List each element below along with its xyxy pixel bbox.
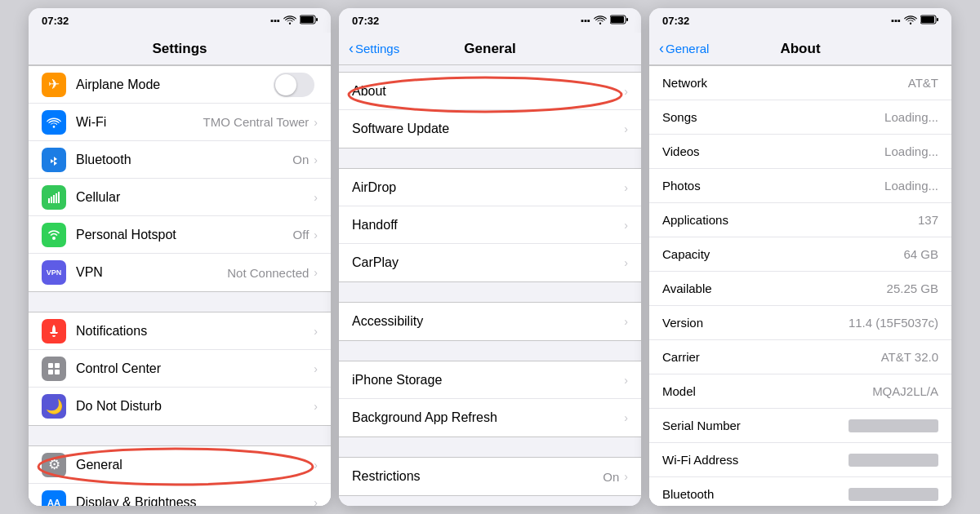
svg-rect-18 <box>611 16 624 23</box>
row-value-restrictions: On <box>603 470 619 484</box>
about-row-capacity: Capacity 64 GB <box>649 237 951 272</box>
svg-rect-7 <box>58 192 60 203</box>
row-label-about: About <box>352 84 624 99</box>
back-chevron-3: ‹ <box>659 40 664 57</box>
row-airdrop[interactable]: AirDrop › <box>339 169 641 206</box>
row-value-hotspot: Off <box>293 228 310 241</box>
status-bar-1: 07:32 ▪▪▪ <box>29 8 331 33</box>
vpn-icon: VPN <box>42 260 66 285</box>
chevron-cellular: › <box>314 191 318 204</box>
chevron-about: › <box>624 85 628 98</box>
row-background-refresh[interactable]: Background App Refresh › <box>339 399 641 436</box>
about-row-applications: Applications 137 <box>649 203 951 237</box>
row-label-bluetooth: Bluetooth <box>76 153 292 167</box>
hotspot-icon <box>42 223 66 247</box>
about-label-network: Network <box>662 76 908 90</box>
battery-icon-1 <box>300 15 318 26</box>
back-label-3: General <box>666 42 709 55</box>
section-accessibility: Accessibility › <box>339 302 641 341</box>
row-airplane[interactable]: ✈ Airplane Mode <box>29 66 331 104</box>
nav-title-2: General <box>464 41 515 57</box>
row-restrictions[interactable]: Restrictions On › <box>339 458 641 495</box>
status-bar-2: 07:32 ▪▪▪ <box>339 8 641 33</box>
section-notifications: Notifications › Control Center › 🌙 Do No… <box>29 312 331 426</box>
row-label-storage: iPhone Storage <box>352 373 624 388</box>
row-about[interactable]: About › <box>339 73 641 110</box>
section-about: About › Software Update › <box>339 72 641 148</box>
back-label-2: Settings <box>355 42 399 55</box>
status-icons-2: ▪▪▪ <box>581 15 628 26</box>
row-bluetooth[interactable]: Bluetooth On › <box>29 141 331 179</box>
svg-rect-2 <box>316 18 318 21</box>
panel-general: 07:32 ▪▪▪ ‹ Settings General Abou <box>339 8 641 506</box>
about-label-photos: Photos <box>662 179 884 193</box>
section-network: ✈ Airplane Mode Wi-Fi TMO Central Tower … <box>29 65 331 292</box>
nav-back-2[interactable]: ‹ Settings <box>349 40 399 57</box>
svg-rect-11 <box>48 370 53 374</box>
about-value-videos: Loading... <box>884 144 938 158</box>
row-label-accessibility: Accessibility <box>352 314 624 329</box>
panel-about: 07:32 ▪▪▪ ‹ General About Network AT&T <box>649 8 951 506</box>
row-label-display: Display & Brightness <box>76 495 314 507</box>
wifi-icon-1 <box>283 15 296 26</box>
nav-back-3[interactable]: ‹ General <box>659 40 709 57</box>
about-value-network: AT&T <box>908 76 938 90</box>
about-value-available: 25.25 GB <box>887 281 938 295</box>
row-display[interactable]: AA Display & Brightness › <box>29 484 331 506</box>
about-value-applications: 137 <box>918 213 938 227</box>
about-value-photos: Loading... <box>884 179 938 193</box>
row-iphone-storage[interactable]: iPhone Storage › <box>339 361 641 399</box>
about-value-songs: Loading... <box>884 110 938 124</box>
about-value-bt-addr <box>849 488 938 501</box>
chevron-accessibility: › <box>624 315 628 328</box>
panel-settings: 07:32 ▪▪▪ Settings ✈ Airplane Mode <box>29 8 331 506</box>
chevron-vpn: › <box>314 266 318 279</box>
about-row-songs: Songs Loading... <box>649 100 951 135</box>
airplane-toggle[interactable] <box>274 73 314 97</box>
status-icons-3: ▪▪▪ <box>891 15 938 26</box>
nav-bar-2: ‹ Settings General <box>339 33 641 65</box>
about-label-carrier: Carrier <box>662 350 881 364</box>
general-list: About › Software Update › AirDrop › Hand… <box>339 65 641 506</box>
row-cellular[interactable]: Cellular › <box>29 179 331 216</box>
about-row-carrier: Carrier AT&T 32.0 <box>649 340 951 374</box>
row-notifications[interactable]: Notifications › <box>29 312 331 350</box>
row-accessibility[interactable]: Accessibility › <box>339 303 641 340</box>
row-label-bgrefresh: Background App Refresh <box>352 410 624 425</box>
notifications-icon <box>42 319 66 343</box>
row-software-update[interactable]: Software Update › <box>339 110 641 148</box>
about-row-model: Model MQAJ2LL/A <box>649 374 951 409</box>
about-section: Network AT&T Songs Loading... Videos Loa… <box>649 65 951 506</box>
row-wifi[interactable]: Wi-Fi TMO Central Tower › <box>29 104 331 141</box>
svg-rect-4 <box>51 197 52 203</box>
wifi-icon <box>42 110 66 135</box>
spacer-g0 <box>339 65 641 72</box>
status-icons-1: ▪▪▪ <box>270 15 318 26</box>
row-hotspot[interactable]: Personal Hotspot Off › <box>29 216 331 254</box>
chevron-software: › <box>624 122 628 135</box>
chevron-hotspot: › <box>314 228 318 241</box>
status-bar-3: 07:32 ▪▪▪ <box>649 8 951 33</box>
row-label-wifi: Wi-Fi <box>76 115 203 130</box>
row-control-center[interactable]: Control Center › <box>29 350 331 388</box>
row-carplay[interactable]: CarPlay › <box>339 244 641 281</box>
row-label-control: Control Center <box>76 361 314 376</box>
chevron-bgrefresh: › <box>624 411 628 424</box>
row-vpn[interactable]: VPN VPN Not Connected › <box>29 254 331 291</box>
chevron-general: › <box>314 459 318 472</box>
svg-rect-1 <box>301 16 314 23</box>
svg-rect-9 <box>48 363 53 368</box>
svg-rect-6 <box>56 193 57 203</box>
signal-icon-1: ▪▪▪ <box>270 16 280 25</box>
general-icon: ⚙ <box>42 453 66 477</box>
row-label-restrictions: Restrictions <box>352 469 603 484</box>
row-label-hotspot: Personal Hotspot <box>76 228 293 242</box>
row-handoff[interactable]: Handoff › <box>339 206 641 244</box>
about-value-serial <box>849 419 938 432</box>
spacer-2 <box>29 426 331 445</box>
about-row-bt-addr: Bluetooth <box>649 477 951 506</box>
chevron-storage: › <box>624 374 628 387</box>
row-dnd[interactable]: 🌙 Do Not Disturb › <box>29 388 331 425</box>
svg-rect-12 <box>55 370 60 374</box>
row-general[interactable]: ⚙ General › <box>29 446 331 484</box>
